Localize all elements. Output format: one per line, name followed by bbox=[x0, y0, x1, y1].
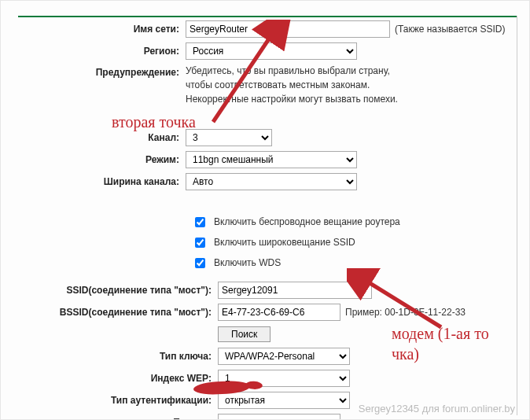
enable-ssid-broadcast-label: Включить широковещание SSID bbox=[214, 237, 355, 248]
channel-select[interactable]: 3 bbox=[186, 129, 272, 146]
bssid-example: Пример: 00-1D-0F-11-22-33 bbox=[345, 307, 466, 318]
label-mode: Режим: bbox=[1, 154, 186, 165]
label-channel-width: Ширина канала: bbox=[1, 176, 186, 187]
mode-select[interactable]: 11bgn смешанный bbox=[186, 151, 357, 168]
auth-type-select[interactable]: открытая bbox=[218, 392, 350, 409]
ssid-input[interactable] bbox=[186, 20, 390, 38]
password-input[interactable] bbox=[218, 414, 340, 420]
label-password: Пароль: bbox=[1, 417, 218, 420]
label-wds-bssid: BSSID(соединение типа "мост"): bbox=[1, 307, 218, 318]
enable-wds-checkbox[interactable] bbox=[195, 258, 205, 268]
channel-width-select[interactable]: Авто bbox=[186, 173, 357, 190]
label-wds-ssid: SSID(соединение типа "мост"): bbox=[1, 285, 218, 296]
wds-ssid-input[interactable] bbox=[218, 282, 372, 299]
enable-wireless-label: Включить беспроводное вещание роутера bbox=[214, 216, 400, 227]
warning-text: Убедитесь, что вы правильно выбрали стра… bbox=[186, 64, 398, 106]
enable-wds-label: Включить WDS bbox=[214, 257, 281, 268]
wep-index-select[interactable]: 1 bbox=[218, 370, 350, 387]
label-auth-type: Тип аутентификации: bbox=[1, 395, 218, 406]
separator-top bbox=[18, 16, 517, 17]
wds-bssid-input[interactable] bbox=[218, 304, 340, 321]
label-channel: Канал: bbox=[1, 132, 186, 143]
label-region: Регион: bbox=[1, 46, 186, 57]
enable-ssid-broadcast-checkbox[interactable] bbox=[195, 238, 205, 248]
region-select[interactable]: Россия bbox=[186, 42, 357, 60]
label-key-type: Тип ключа: bbox=[1, 351, 218, 362]
ssid-hint: (Также называется SSID) bbox=[395, 24, 505, 35]
label-ssid: Имя сети: bbox=[1, 24, 186, 35]
key-type-select[interactable]: WPA/WPA2-Personal bbox=[218, 348, 350, 365]
search-button[interactable]: Поиск bbox=[218, 326, 271, 342]
enable-wireless-checkbox[interactable] bbox=[195, 217, 205, 227]
label-wep-index: Индекс WEP: bbox=[1, 373, 218, 384]
separator-right bbox=[517, 16, 517, 415]
wireless-form: Имя сети: (Также называется SSID) Регион… bbox=[1, 20, 517, 420]
label-warning: Предупреждение: bbox=[1, 64, 186, 78]
